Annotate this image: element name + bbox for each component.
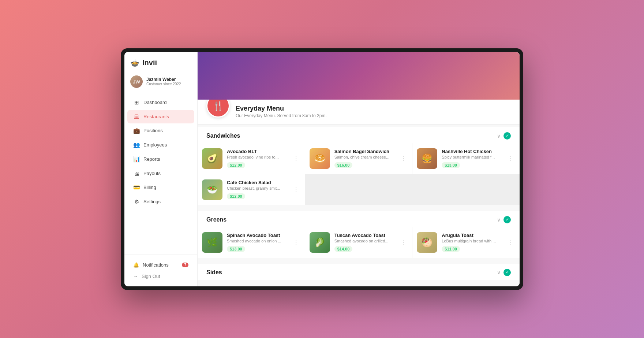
sides-section-header: Sides ∨ ✓ (198, 264, 520, 280)
fork-knife-icon: 🍴 (212, 100, 224, 112)
sidebar-item-label: Positions (143, 128, 163, 133)
app-logo-name: Invii (142, 59, 157, 67)
sidebar-item-restaurants[interactable]: 🏛 Restaurants (127, 110, 194, 123)
avocado-blt-image: 🥑 (202, 148, 222, 169)
tuscan-toast-desc: Smashed avocado on grilled... (334, 239, 395, 243)
nashville-chicken-info: Nashville Hot Chicken Spicy buttermilk m… (442, 149, 502, 168)
nashville-chicken-name: Nashville Hot Chicken (442, 149, 502, 154)
reports-icon: 📊 (133, 156, 140, 163)
app-logo-icon: 🍲 (130, 59, 139, 67)
spinach-toast-info: Spinach Avocado Toast Smashed avocado on… (227, 233, 287, 252)
sidebar-item-employees[interactable]: 👥 Employees (127, 138, 194, 152)
restaurant-desc: Our Everyday Menu. Served from 8am to 2p… (236, 113, 327, 118)
avocado-blt-info: Avocado BLT Fresh avocado, vine ripe to.… (227, 149, 287, 168)
arugula-toast-name: Arugula Toast (442, 233, 502, 238)
chevron-down-icon[interactable]: ∨ (497, 133, 501, 139)
nashville-chicken-price: $13.00 (442, 162, 460, 168)
employees-icon: 👥 (133, 142, 140, 148)
sidebar-item-label: Reports (143, 156, 160, 162)
bell-icon: 🔔 (133, 262, 139, 268)
notifications-label: Notifications (143, 262, 169, 268)
tuscan-toast-image: 🥬 (310, 232, 330, 253)
sidebar-item-label: Restaurants (143, 114, 169, 119)
sidebar-item-label: Dashboard (143, 100, 167, 105)
sandwiches-section: Sandwiches ∨ ✓ 🥑 Avocado BLT Fr (198, 127, 520, 208)
app-window: 🍲 Invii JW Jazmin Weber Customer since 2… (124, 52, 520, 286)
menu-item-arugula-toast[interactable]: 🥙 Arugula Toast LeBus multigrain bread w… (412, 227, 520, 258)
chevron-down-icon[interactable]: ∨ (497, 217, 501, 223)
salmon-bagel-price: $16.00 (334, 162, 353, 168)
section-controls: ∨ ✓ (497, 216, 511, 223)
salmon-bagel-desc: Salmon, chive cream cheese... (334, 155, 395, 159)
menu-item-salmon-bagel[interactable]: 🥯 Salmon Bagel Sandwich Salmon, chive cr… (305, 143, 412, 174)
more-options-icon[interactable]: ⋮ (506, 153, 515, 163)
payouts-icon: 🖨 (133, 170, 140, 177)
sandwiches-title: Sandwiches (206, 133, 240, 139)
menu-item-nashville-chicken[interactable]: 🍔 Nashville Hot Chicken Spicy buttermilk… (412, 143, 520, 174)
sidebar-item-label: Billing (143, 185, 156, 190)
more-options-icon[interactable]: ⋮ (506, 237, 515, 247)
hero-banner (198, 52, 520, 100)
arugula-toast-info: Arugula Toast LeBus multigrain bread wit… (442, 233, 502, 252)
sidebar-item-reports[interactable]: 📊 Reports (127, 152, 194, 166)
sidebar-item-dashboard[interactable]: ⊞ Dashboard (127, 96, 194, 109)
more-options-icon[interactable]: ⋮ (292, 237, 300, 247)
sidebar-item-payouts[interactable]: 🖨 Payouts (127, 167, 194, 180)
tuscan-toast-info: Tuscan Avocado Toast Smashed avocado on … (334, 233, 395, 252)
avatar: JW (130, 75, 143, 88)
nashville-chicken-image: 🍔 (417, 148, 437, 169)
greens-title: Greens (206, 216, 226, 223)
sandwiches-grid: 🥑 Avocado BLT Fresh avocado, vine ripe t… (198, 143, 520, 205)
user-since: Customer since 2022 (146, 82, 181, 86)
spinach-toast-name: Spinach Avocado Toast (227, 233, 287, 238)
sidebar-item-label: Employees (143, 142, 167, 148)
menu-item-cafe-chicken[interactable]: 🥗 Café Chicken Salad Chicken breast, gra… (198, 174, 305, 205)
settings-icon: ⚙ (133, 198, 140, 205)
sidebar-item-label: Settings (143, 199, 161, 204)
sign-out-label: Sign Out (142, 274, 160, 279)
sidebar-item-positions[interactable]: 💼 Positions (127, 124, 194, 138)
sidebar-bottom: 🔔 Notifications 7 → Sign Out (124, 255, 197, 286)
avatar-initials: JW (133, 79, 140, 85)
sign-out-item[interactable]: → Sign Out (130, 271, 191, 282)
sidebar: 🍲 Invii JW Jazmin Weber Customer since 2… (124, 52, 198, 286)
spinach-toast-price: $13.00 (227, 246, 245, 252)
sandwiches-section-header: Sandwiches ∨ ✓ (198, 127, 520, 143)
section-active-check: ✓ (503, 132, 511, 140)
greens-grid: 🌿 Spinach Avocado Toast Smashed avocado … (198, 227, 520, 258)
more-options-icon[interactable]: ⋮ (292, 185, 300, 194)
more-options-icon[interactable]: ⋮ (292, 153, 300, 163)
arugula-toast-price: $11.00 (442, 246, 460, 252)
chevron-down-icon[interactable]: ∨ (497, 270, 501, 275)
logo-area: 🍲 Invii (124, 52, 197, 72)
tuscan-toast-price: $14.00 (334, 246, 353, 252)
notifications-item[interactable]: 🔔 Notifications 7 (130, 259, 191, 271)
positions-icon: 💼 (133, 127, 140, 134)
restaurant-name: Everyday Menu (236, 105, 327, 112)
sidebar-item-settings[interactable]: ⚙ Settings (127, 195, 194, 209)
menu-item-spinach-toast[interactable]: 🌿 Spinach Avocado Toast Smashed avocado … (198, 227, 305, 258)
nashville-chicken-desc: Spicy buttermilk marinated f... (442, 155, 502, 159)
checkmark-icon: ✓ (506, 270, 509, 275)
more-options-icon[interactable]: ⋮ (399, 153, 408, 163)
section-active-check: ✓ (503, 269, 511, 276)
avocado-blt-price: $12.00 (227, 162, 245, 168)
salmon-bagel-image: 🥯 (310, 148, 330, 169)
menu-item-avocado-blt[interactable]: 🥑 Avocado BLT Fresh avocado, vine ripe t… (198, 143, 305, 174)
notifications-badge: 7 (182, 263, 188, 267)
menu-item-tuscan-toast[interactable]: 🥬 Tuscan Avocado Toast Smashed avocado o… (305, 227, 412, 258)
restaurants-icon: 🏛 (133, 114, 140, 120)
billing-icon: 💳 (133, 184, 140, 191)
cafe-chicken-desc: Chicken breast, granny smit... (227, 186, 287, 190)
more-options-icon[interactable]: ⋮ (399, 237, 408, 247)
restaurant-header: 🍴 Everyday Menu Our Everyday Menu. Serve… (198, 100, 520, 124)
sign-out-icon: → (133, 274, 138, 279)
user-area: JW Jazmin Weber Customer since 2022 (124, 72, 197, 94)
cafe-chicken-name: Café Chicken Salad (227, 180, 287, 185)
nav-menu: ⊞ Dashboard 🏛 Restaurants 💼 Positions 👥 … (124, 94, 197, 255)
sidebar-item-billing[interactable]: 💳 Billing (127, 181, 194, 194)
checkmark-icon: ✓ (506, 217, 509, 222)
cafe-chicken-image: 🥗 (202, 179, 222, 200)
user-name: Jazmin Weber (146, 77, 181, 82)
section-controls: ∨ ✓ (497, 132, 511, 140)
